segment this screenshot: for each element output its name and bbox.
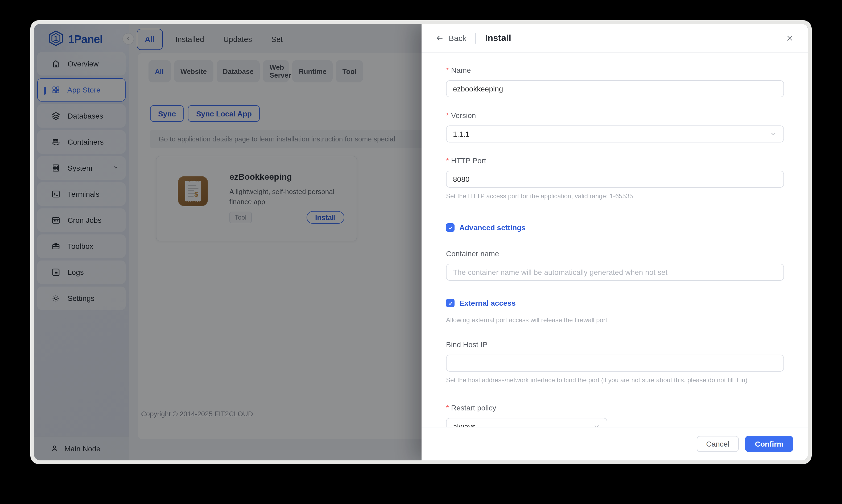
drawer-title: Install [485, 33, 511, 43]
bind-host-ip-help: Set the host address/network interface t… [446, 376, 784, 384]
required-marker: * [446, 111, 449, 120]
app-window: 1 1Panel Overview [30, 20, 812, 464]
advanced-settings-label[interactable]: Advanced settings [459, 223, 526, 232]
required-marker: * [446, 403, 449, 412]
app-viewport: 1 1Panel Overview [34, 24, 808, 461]
version-label: * Version [446, 111, 784, 120]
name-label: * Name [446, 66, 784, 74]
chevron-down-icon [770, 130, 777, 138]
bind-host-ip-label: Bind Host IP [446, 340, 784, 349]
external-access-checkbox[interactable] [446, 299, 454, 307]
advanced-settings-checkbox[interactable] [446, 223, 454, 232]
back-label: Back [449, 34, 466, 42]
container-name-input[interactable] [446, 264, 784, 281]
external-access-row: External access [446, 299, 784, 307]
version-value: 1.1.1 [453, 130, 469, 138]
bind-host-ip-input[interactable] [446, 355, 784, 372]
close-icon [786, 34, 794, 42]
check-icon [447, 300, 453, 306]
required-marker: * [446, 66, 449, 74]
install-form: * Name * Version 1.1.1 * [422, 53, 808, 435]
external-access-label[interactable]: External access [459, 299, 516, 307]
http-port-label: * HTTP Port [446, 156, 784, 165]
back-button[interactable]: Back [435, 34, 466, 42]
drawer-header: Back Install [422, 24, 808, 53]
required-marker: * [446, 156, 449, 165]
http-port-input[interactable] [446, 170, 784, 188]
install-drawer: Back Install * Name [422, 24, 808, 461]
advanced-settings-row: Advanced settings [446, 223, 784, 232]
drawer-footer: Cancel Confirm [422, 427, 808, 461]
header-divider [476, 33, 476, 43]
external-access-help: Allowing external port access will relea… [446, 316, 784, 324]
screen: 1 1Panel Overview [0, 0, 842, 504]
name-input[interactable] [446, 80, 784, 97]
back-arrow-icon [435, 34, 444, 42]
close-button[interactable] [786, 34, 794, 42]
version-select[interactable]: 1.1.1 [446, 125, 784, 143]
restart-policy-label: * Restart policy [446, 403, 784, 412]
check-icon [447, 224, 453, 231]
confirm-button[interactable]: Confirm [745, 436, 793, 452]
cancel-button[interactable]: Cancel [697, 436, 739, 452]
container-name-label: Container name [446, 249, 784, 258]
http-port-help: Set the HTTP access port for the applica… [446, 193, 784, 200]
